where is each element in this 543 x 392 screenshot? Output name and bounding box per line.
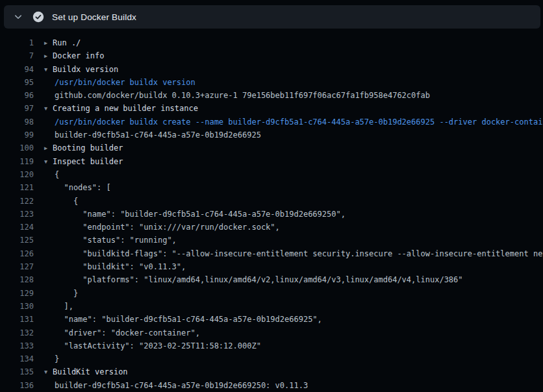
line-number[interactable]: 97 [0, 102, 34, 115]
log-line: 133 "lastActivity": "2023-02-25T11:58:12… [0, 339, 543, 352]
line-number[interactable]: 130 [0, 300, 34, 313]
log-line: 127 "buildkit": "v0.11.3", [0, 260, 543, 273]
step-title: Set up Docker Buildx [52, 12, 136, 22]
log-line: 132 "driver": "docker-container", [0, 326, 543, 339]
check-circle-icon [32, 11, 44, 23]
log-line: 125 "status": "running", [0, 234, 543, 247]
line-number[interactable]: 120 [0, 168, 34, 181]
log-line: 99builder-d9cfb5a1-c764-445a-a57e-0b19d2… [0, 129, 543, 141]
line-number[interactable]: 134 [0, 352, 34, 365]
line-number[interactable]: 129 [0, 287, 34, 300]
log-line: 136builder-d9cfb5a1-c764-445a-a57e-0b19d… [0, 379, 543, 392]
log-line: 126 "buildkitd-flags": "--allow-insecure… [0, 247, 543, 260]
log-line[interactable]: 1▶Run ./ [0, 36, 543, 49]
log-line: 128 "platforms": "linux/amd64,linux/amd6… [0, 273, 543, 286]
line-number[interactable]: 95 [0, 76, 34, 89]
output-text: "platforms": "linux/amd64,linux/amd64/v2… [55, 275, 463, 284]
group-label: Inspect builder [53, 157, 123, 166]
line-number[interactable]: 131 [0, 313, 34, 326]
output-text: "lastActivity": "2023-02-25T11:58:12.000… [55, 341, 261, 350]
triangle-right-icon[interactable]: ▶ [44, 49, 53, 62]
log-line[interactable]: 119▼Inspect builder [0, 155, 543, 168]
group-label: BuildKit version [53, 367, 128, 376]
group-label: Docker info [53, 51, 104, 60]
output-text: "name": "builder-d9cfb5a1-c764-445a-a57e… [55, 315, 322, 324]
step-header[interactable]: Set up Docker Buildx [4, 5, 540, 29]
log-line: 134} [0, 352, 543, 365]
line-number[interactable]: 132 [0, 326, 34, 339]
line-number[interactable]: 124 [0, 221, 34, 234]
triangle-down-icon[interactable]: ▼ [44, 63, 53, 76]
log-line[interactable]: 94▼Buildx version [0, 63, 543, 76]
line-number[interactable]: 133 [0, 339, 34, 352]
log-line: 131 "name": "builder-d9cfb5a1-c764-445a-… [0, 313, 543, 326]
group-label: Creating a new builder instance [53, 104, 198, 113]
log-line: 121 "nodes": [ [0, 181, 543, 194]
chevron-down-icon[interactable] [10, 12, 26, 21]
log-line[interactable]: 7▶Docker info [0, 49, 543, 62]
output-text: "buildkitd-flags": "--allow-insecure-ent… [55, 249, 543, 258]
output-text: ], [55, 302, 73, 311]
line-number[interactable]: 125 [0, 234, 34, 247]
output-text: "status": "running", [55, 236, 177, 245]
output-text: } [55, 289, 78, 298]
command-text: /usr/bin/docker buildx version [55, 78, 196, 87]
line-number[interactable]: 99 [0, 129, 34, 141]
group-label: Buildx version [53, 65, 118, 74]
actions-log-panel: Set up Docker Buildx 1▶Run ./7▶Docker in… [0, 0, 543, 392]
line-number[interactable]: 135 [0, 365, 34, 378]
output-text: builder-d9cfb5a1-c764-445a-a57e-0b19d2e6… [55, 381, 308, 390]
command-text: /usr/bin/docker buildx create --name bui… [55, 117, 543, 127]
line-number[interactable]: 136 [0, 379, 34, 392]
line-number[interactable]: 1 [0, 36, 34, 49]
line-number[interactable]: 119 [0, 155, 34, 168]
triangle-right-icon[interactable]: ▶ [44, 141, 53, 154]
log-line: 124 "endpoint": "unix:///var/run/docker.… [0, 221, 543, 234]
output-text: "nodes": [ [55, 183, 111, 192]
line-number[interactable]: 96 [0, 89, 34, 102]
output-text: "buildkit": "v0.11.3", [55, 262, 186, 271]
log-line[interactable]: 135▼BuildKit version [0, 365, 543, 378]
log-line[interactable]: 100▶Booting builder [0, 141, 543, 154]
log-line: 129 } [0, 287, 543, 300]
log-line[interactable]: 97▼Creating a new builder instance [0, 102, 543, 115]
log-line: 96github.com/docker/buildx 0.10.3+azure-… [0, 89, 543, 102]
output-text: "endpoint": "unix:///var/run/docker.sock… [55, 223, 280, 232]
triangle-down-icon[interactable]: ▼ [44, 155, 53, 168]
log-line: 123 "name": "builder-d9cfb5a1-c764-445a-… [0, 208, 543, 221]
output-text: "name": "builder-d9cfb5a1-c764-445a-a57e… [55, 210, 346, 219]
line-number[interactable]: 128 [0, 273, 34, 286]
triangle-down-icon[interactable]: ▼ [44, 102, 53, 115]
group-label: Run ./ [53, 38, 81, 47]
log-line: 120{ [0, 168, 543, 181]
output-text: "driver": "docker-container", [55, 328, 200, 337]
triangle-down-icon[interactable]: ▼ [44, 365, 53, 378]
line-number[interactable]: 7 [0, 49, 34, 62]
triangle-right-icon[interactable]: ▶ [44, 36, 53, 49]
line-number[interactable]: 94 [0, 63, 34, 76]
group-label: Booting builder [53, 143, 123, 153]
line-number[interactable]: 100 [0, 141, 34, 154]
output-text: } [55, 354, 59, 363]
output-text: builder-d9cfb5a1-c764-445a-a57e-0b19d2e6… [55, 130, 261, 140]
line-number[interactable]: 123 [0, 208, 34, 221]
output-text: github.com/docker/buildx 0.10.3+azure-1 … [55, 91, 430, 100]
log-line: 95/usr/bin/docker buildx version [0, 76, 543, 89]
log-line: 98/usr/bin/docker buildx create --name b… [0, 116, 543, 129]
log-line: 122 { [0, 195, 543, 208]
log-line: 130 ], [0, 300, 543, 313]
line-number[interactable]: 126 [0, 247, 34, 260]
line-number[interactable]: 127 [0, 260, 34, 273]
line-number[interactable]: 98 [0, 116, 34, 129]
line-number[interactable]: 121 [0, 181, 34, 194]
log-lines: 1▶Run ./7▶Docker info94▼Buildx version95… [0, 36, 543, 392]
output-text: { [55, 197, 78, 206]
line-number[interactable]: 122 [0, 195, 34, 208]
output-text: { [55, 170, 59, 179]
